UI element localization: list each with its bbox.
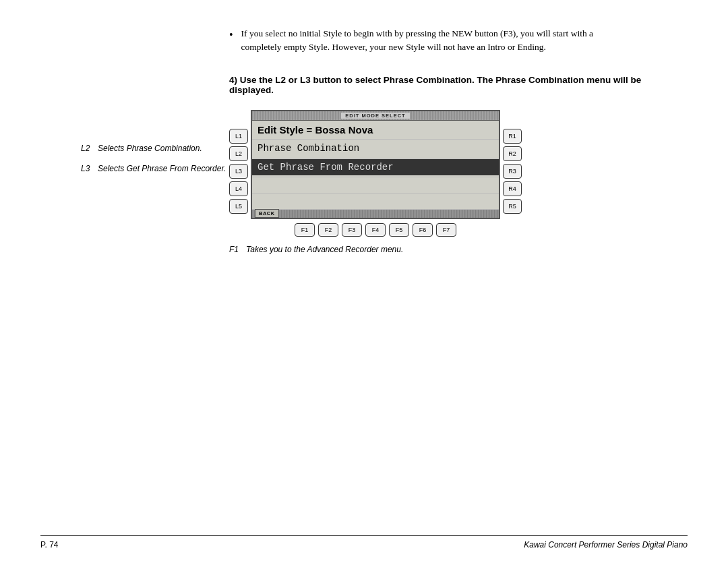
right-button-column: R1 R2 R3 R4 R5 bbox=[503, 110, 522, 214]
l3-desc: Selects Get Phrase From Recorder. bbox=[98, 164, 226, 173]
display-wrapper: L1 L2 L3 L4 L5 EDIT MODE SELECT Edit Sty… bbox=[229, 110, 522, 237]
footer-page: P. 74 bbox=[40, 540, 58, 550]
l2-desc: Selects Phrase Combination. bbox=[98, 144, 202, 153]
back-button[interactable]: BACK bbox=[255, 209, 279, 218]
r2-button[interactable]: R2 bbox=[503, 146, 522, 161]
lcd-row5-content bbox=[252, 198, 499, 204]
lcd-row-1: Edit Style = Bossa Nova bbox=[252, 121, 499, 140]
lcd-row2-content: Phrase Combination bbox=[252, 140, 499, 156]
lcd-row-2: Phrase Combination bbox=[252, 140, 499, 158]
l3-key: L3 bbox=[81, 164, 98, 173]
fn-label-desc: Takes you to the Advanced Recorder menu. bbox=[246, 245, 403, 254]
f2-button[interactable]: F2 bbox=[318, 223, 338, 237]
page-container: • If you select no initial Style to begi… bbox=[0, 0, 728, 563]
l2-button[interactable]: L2 bbox=[229, 146, 248, 161]
bullet-text-line1: If you select no initial Style to begin … bbox=[241, 28, 593, 38]
bullet-text: If you select no initial Style to begin … bbox=[241, 27, 593, 55]
bullet-section: • If you select no initial Style to begi… bbox=[229, 27, 688, 55]
footer-brand: Kawai Concert Performer Series Digital P… bbox=[524, 540, 688, 550]
r3-button[interactable]: R3 bbox=[503, 164, 522, 179]
l1-button[interactable]: L1 bbox=[229, 129, 248, 144]
label-l3: L3 Selects Get Phrase From Recorder. bbox=[81, 164, 229, 173]
f7-button[interactable]: F7 bbox=[436, 223, 456, 237]
f3-button[interactable]: F3 bbox=[342, 223, 362, 237]
f5-button[interactable]: F5 bbox=[389, 223, 409, 237]
left-labels: L2 Selects Phrase Combination. L3 Select… bbox=[81, 110, 229, 237]
lcd-row-4 bbox=[252, 177, 499, 194]
page-footer: P. 74 Kawai Concert Performer Series Dig… bbox=[40, 535, 688, 550]
bullet-item: • If you select no initial Style to begi… bbox=[229, 27, 688, 55]
r1-button[interactable]: R1 bbox=[503, 129, 522, 144]
l3-button[interactable]: L3 bbox=[229, 164, 248, 179]
f1-button[interactable]: F1 bbox=[295, 223, 315, 237]
lcd-screen: EDIT MODE SELECT Edit Style = Bossa Nova… bbox=[251, 110, 500, 219]
lcd-title-text: EDIT MODE SELECT bbox=[341, 113, 409, 119]
l2-key: L2 bbox=[81, 144, 98, 153]
lcd-row1-content: Edit Style = Bossa Nova bbox=[252, 121, 499, 138]
label-l2: L2 Selects Phrase Combination. bbox=[81, 144, 229, 153]
lcd-row-5 bbox=[252, 194, 499, 210]
lcd-title-bar: EDIT MODE SELECT bbox=[252, 111, 499, 121]
display-unit: EDIT MODE SELECT Edit Style = Bossa Nova… bbox=[251, 110, 500, 237]
r5-button[interactable]: R5 bbox=[503, 199, 522, 214]
f4-button[interactable]: F4 bbox=[365, 223, 386, 237]
lcd-row3-content: Get Phrase From Recorder bbox=[252, 159, 499, 175]
fn-label-section: F1 Takes you to the Advanced Recorder me… bbox=[229, 245, 688, 254]
step-heading: 4) Use the L2 or L3 button to select Phr… bbox=[229, 75, 688, 95]
main-content: L2 Selects Phrase Combination. L3 Select… bbox=[81, 110, 688, 237]
bullet-dot: • bbox=[229, 28, 233, 41]
lcd-row4-content bbox=[252, 182, 499, 187]
bullet-text-line2: completely empty Style. However, your ne… bbox=[241, 42, 546, 52]
r4-button[interactable]: R4 bbox=[503, 181, 522, 196]
fn-label-key: F1 bbox=[229, 245, 246, 254]
left-button-column: L1 L2 L3 L4 L5 bbox=[229, 110, 248, 214]
lcd-bottom-bar: BACK bbox=[252, 210, 499, 218]
fn-buttons-row: F1 F2 F3 F4 F5 F6 F7 bbox=[251, 223, 500, 237]
l4-button[interactable]: L4 bbox=[229, 181, 248, 196]
lcd-row-3: Get Phrase From Recorder bbox=[252, 158, 499, 177]
l5-button[interactable]: L5 bbox=[229, 199, 248, 214]
f6-button[interactable]: F6 bbox=[413, 223, 433, 237]
